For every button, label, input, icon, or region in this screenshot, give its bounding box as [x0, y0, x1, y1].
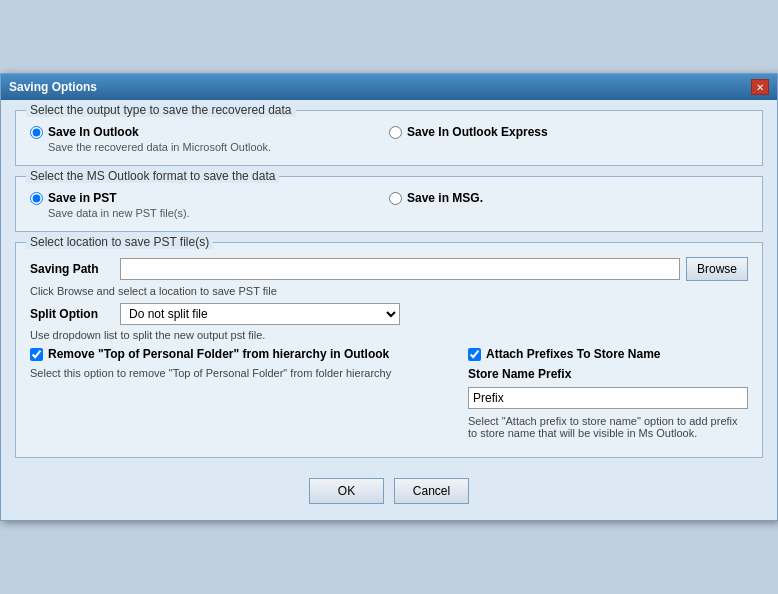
- save-outlook-express-radio-label[interactable]: Save In Outlook Express: [389, 125, 748, 139]
- cancel-button[interactable]: Cancel: [394, 478, 469, 504]
- split-option-hint: Use dropdown list to split the new outpu…: [30, 329, 748, 341]
- remove-top-folder-label: Remove "Top of Personal Folder" from hie…: [48, 347, 389, 361]
- save-msg-label: Save in MSG.: [407, 191, 483, 205]
- saving-options-dialog: Saving Options ✕ Select the output type …: [0, 73, 778, 521]
- ms-outlook-format-content: Save in PST Save data in new PST file(s)…: [30, 191, 748, 219]
- save-outlook-sublabel: Save the recovered data in Microsoft Out…: [48, 141, 389, 153]
- dialog-body: Select the output type to save the recov…: [1, 100, 777, 520]
- ms-outlook-format-group: Select the MS Outlook format to save the…: [15, 176, 763, 232]
- save-outlook-radio-label[interactable]: Save In Outlook: [30, 125, 389, 139]
- save-pst-col: Save in PST Save data in new PST file(s)…: [30, 191, 389, 219]
- store-name-prefix-input[interactable]: [468, 387, 748, 409]
- split-option-label: Split Option: [30, 307, 120, 321]
- save-pst-label: Save in PST: [48, 191, 117, 205]
- remove-top-folder-section: Remove "Top of Personal Folder" from hie…: [30, 347, 454, 445]
- format-radio-group: Save in PST Save data in new PST file(s)…: [30, 191, 748, 219]
- save-outlook-radio[interactable]: [30, 126, 43, 139]
- title-bar: Saving Options ✕: [1, 74, 777, 100]
- save-outlook-express-label: Save In Outlook Express: [407, 125, 548, 139]
- remove-top-folder-checkbox[interactable]: [30, 348, 43, 361]
- store-name-prefix-label: Store Name Prefix: [468, 367, 588, 381]
- output-type-radio-group: Save In Outlook Save the recovered data …: [30, 125, 748, 153]
- save-outlook-express-col: Save In Outlook Express: [389, 125, 748, 139]
- remove-top-folder-row: Remove "Top of Personal Folder" from hie…: [30, 347, 454, 361]
- attach-prefix-checkbox[interactable]: [468, 348, 481, 361]
- output-type-group: Select the output type to save the recov…: [15, 110, 763, 166]
- attach-prefix-row: Attach Prefixes To Store Name: [468, 347, 748, 361]
- save-msg-radio-label[interactable]: Save in MSG.: [389, 191, 748, 205]
- saving-path-input[interactable]: [120, 258, 680, 280]
- save-msg-radio[interactable]: [389, 192, 402, 205]
- title-bar-controls: ✕: [751, 79, 769, 95]
- attach-prefix-label: Attach Prefixes To Store Name: [486, 347, 661, 361]
- save-outlook-express-radio[interactable]: [389, 126, 402, 139]
- location-group: Select location to save PST file(s) Savi…: [15, 242, 763, 458]
- ok-button[interactable]: OK: [309, 478, 384, 504]
- save-pst-radio-label[interactable]: Save in PST: [30, 191, 389, 205]
- save-pst-sublabel: Save data in new PST file(s).: [48, 207, 389, 219]
- dialog-title: Saving Options: [9, 80, 97, 94]
- close-button[interactable]: ✕: [751, 79, 769, 95]
- location-content: Saving Path Browse Click Browse and sele…: [30, 257, 748, 445]
- save-msg-col: Save in MSG.: [389, 191, 748, 205]
- browse-hint: Click Browse and select a location to sa…: [30, 285, 748, 297]
- attach-prefix-section: Attach Prefixes To Store Name Store Name…: [468, 347, 748, 445]
- split-option-select[interactable]: Do not split file 1 GB 2 GB 5 GB: [120, 303, 400, 325]
- attach-prefix-hint: Select "Attach prefix to store name" opt…: [468, 415, 748, 439]
- output-type-content: Save In Outlook Save the recovered data …: [30, 125, 748, 153]
- split-option-row: Split Option Do not split file 1 GB 2 GB…: [30, 303, 748, 325]
- bottom-section: Remove "Top of Personal Folder" from hie…: [30, 347, 748, 445]
- store-name-prefix-row: Store Name Prefix: [468, 367, 748, 381]
- browse-button[interactable]: Browse: [686, 257, 748, 281]
- location-title: Select location to save PST file(s): [26, 235, 213, 249]
- ms-outlook-format-title: Select the MS Outlook format to save the…: [26, 169, 279, 183]
- save-pst-radio[interactable]: [30, 192, 43, 205]
- save-outlook-label: Save In Outlook: [48, 125, 139, 139]
- saving-path-row: Saving Path Browse: [30, 257, 748, 281]
- saving-path-label: Saving Path: [30, 262, 120, 276]
- save-outlook-col: Save In Outlook Save the recovered data …: [30, 125, 389, 153]
- remove-top-folder-hint: Select this option to remove "Top of Per…: [30, 367, 454, 379]
- output-type-title: Select the output type to save the recov…: [26, 103, 296, 117]
- button-row: OK Cancel: [15, 478, 763, 508]
